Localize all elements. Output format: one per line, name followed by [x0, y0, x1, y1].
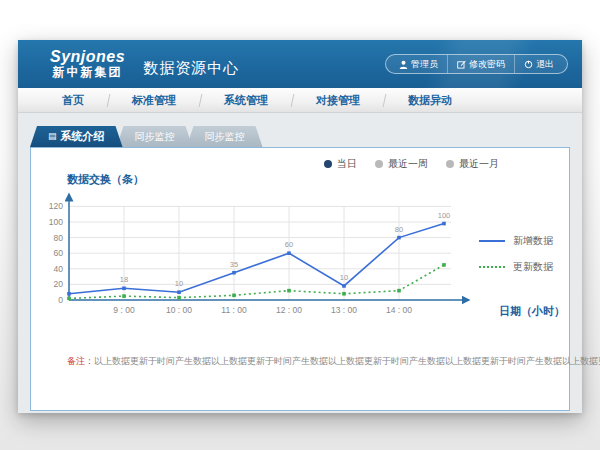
- tab-sync-monitor-1[interactable]: 同步监控: [117, 126, 193, 147]
- svg-text:10 : 00: 10 : 00: [166, 305, 192, 315]
- radio-dot: [375, 160, 383, 168]
- radio-dot-selected: [324, 160, 332, 168]
- tab-sync-monitor-2[interactable]: 同步监控: [187, 126, 263, 147]
- line-chart-svg: 0204060801001209 : 0010 : 0011 : 0012 : …: [39, 188, 484, 320]
- svg-text:10: 10: [175, 279, 183, 288]
- main-nav: 首页 标准管理 系统管理 对接管理 数据异动: [18, 88, 582, 113]
- note-prefix: 备注：: [67, 356, 94, 366]
- note: 备注：以上数据更新于时间产生数据以上数据更新于时间产生数据以上数据更新于时间产生…: [67, 355, 600, 368]
- svg-text:11 : 00: 11 : 00: [221, 305, 247, 315]
- svg-text:100: 100: [438, 211, 451, 220]
- nav-item-standard-mgmt[interactable]: 标准管理: [108, 88, 200, 113]
- dotted-line-icon: [479, 266, 505, 268]
- change-password-button[interactable]: 修改密码: [447, 55, 514, 73]
- svg-text:80: 80: [395, 225, 403, 234]
- y-axis-label: 数据交换（条）: [67, 172, 144, 187]
- content-panel: 当日 最近一周 最近一月 数据交换（条） 0204060801001209 : …: [30, 147, 570, 411]
- range-option-last-month[interactable]: 最近一月: [446, 157, 499, 171]
- app-header: Synjones 新中新集团 数据资源中心 管理员 修改密码 退出: [18, 40, 582, 88]
- legend-item-new-data: 新增数据: [479, 234, 553, 248]
- brand-logo: Synjones 新中新集团: [50, 49, 125, 78]
- legend-item-update-data: 更新数据: [479, 260, 553, 274]
- note-text: 以上数据更新于时间产生数据以上数据更新于时间产生数据以上数据更新于时间产生数据以…: [94, 356, 600, 366]
- nav-item-interface-mgmt[interactable]: 对接管理: [292, 88, 384, 113]
- nav-item-home[interactable]: 首页: [38, 88, 108, 113]
- svg-text:40: 40: [54, 264, 64, 274]
- logo-subtext: 新中新集团: [53, 66, 123, 79]
- svg-text:14 : 00: 14 : 00: [386, 305, 412, 315]
- logo-text: Synjones: [50, 49, 125, 66]
- svg-text:13 : 00: 13 : 00: [331, 305, 357, 315]
- power-icon: [524, 60, 533, 69]
- page-title: 数据资源中心: [143, 59, 239, 78]
- chart-legend: 新增数据 更新数据: [479, 234, 553, 286]
- user-icon: [399, 60, 408, 69]
- svg-text:60: 60: [54, 248, 64, 258]
- svg-text:12 : 00: 12 : 00: [276, 305, 302, 315]
- svg-text:20: 20: [54, 279, 64, 289]
- range-option-today[interactable]: 当日: [324, 157, 357, 171]
- nav-item-data-change[interactable]: 数据异动: [384, 88, 476, 113]
- svg-text:18: 18: [120, 275, 128, 284]
- svg-text:100: 100: [49, 217, 63, 227]
- svg-text:9 : 00: 9 : 00: [113, 305, 135, 315]
- x-axis-label: 日期（小时）: [499, 304, 565, 319]
- svg-text:10: 10: [340, 273, 348, 282]
- content-area: ▤ 系统介绍 同步监控 同步监控 当日 最近一周: [18, 113, 582, 411]
- svg-text:35: 35: [230, 260, 238, 269]
- radio-dot: [446, 160, 454, 168]
- svg-text:120: 120: [49, 201, 63, 211]
- svg-text:0: 0: [58, 295, 63, 305]
- range-option-last-week[interactable]: 最近一周: [375, 157, 428, 171]
- header-actions: 管理员 修改密码 退出: [385, 54, 568, 74]
- app-window: Synjones 新中新集团 数据资源中心 管理员 修改密码 退出: [18, 40, 582, 413]
- range-selector: 当日 最近一周 最近一月: [324, 157, 499, 171]
- svg-text:80: 80: [54, 233, 64, 243]
- svg-text:60: 60: [285, 240, 293, 249]
- edit-icon: [457, 60, 466, 69]
- logout-button[interactable]: 退出: [514, 55, 563, 73]
- document-icon: ▤: [48, 132, 57, 141]
- user-button[interactable]: 管理员: [390, 55, 447, 73]
- line-chart: 0204060801001209 : 0010 : 0011 : 0012 : …: [39, 188, 484, 324]
- tab-system-intro[interactable]: ▤ 系统介绍: [30, 126, 123, 147]
- tab-bar: ▤ 系统介绍 同步监控 同步监控: [30, 126, 570, 147]
- nav-item-system-mgmt[interactable]: 系统管理: [200, 88, 292, 113]
- solid-line-icon: [479, 240, 505, 242]
